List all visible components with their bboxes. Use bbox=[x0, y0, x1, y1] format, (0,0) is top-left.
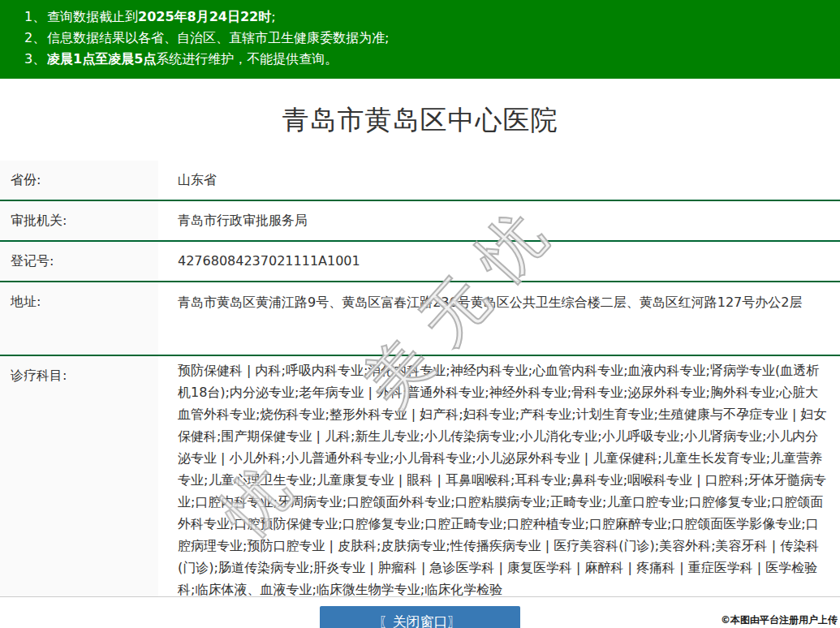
detail-value: 42768084237021111A1001 bbox=[158, 242, 840, 281]
detail-row-approval-authority: 审批机关: 青岛市行政审批服务局 bbox=[0, 201, 840, 242]
notice-text-normal: 查询数据截止到 bbox=[47, 9, 138, 24]
hospital-title: 青岛市黄岛区中心医院 bbox=[0, 102, 840, 139]
notice-number: 1、 bbox=[24, 6, 47, 28]
detail-label: 审批机关: bbox=[0, 201, 158, 240]
notice-banner: 1、 查询数据截止到2025年8月24日22时; 2、 信息数据结果以各省、自治… bbox=[0, 0, 840, 79]
hospital-detail-page: 1、 查询数据截止到2025年8月24日22时; 2、 信息数据结果以各省、自治… bbox=[0, 0, 840, 628]
notice-text-normal: 系统进行维护，不能提供查询。 bbox=[156, 51, 338, 67]
button-row: 〖关闭窗口〗 bbox=[0, 606, 840, 628]
notice-text-bold: 2025年8月24日22时 bbox=[138, 9, 271, 24]
detail-label: 地址: bbox=[0, 282, 158, 355]
notice-text-bold: 凌晨1点至凌晨5点 bbox=[47, 51, 156, 67]
details-table: 省份: 山东省 审批机关: 青岛市行政审批服务局 登记号: 4276808423… bbox=[0, 161, 840, 597]
notice-number: 2、 bbox=[24, 28, 47, 49]
close-window-button[interactable]: 〖关闭窗口〗 bbox=[320, 606, 520, 628]
detail-label: 省份: bbox=[0, 161, 158, 200]
detail-value: 青岛市黄岛区黄浦江路9号、黄岛区富春江路236号黄岛区公共卫生综合楼二层、黄岛区… bbox=[158, 282, 840, 355]
notice-text: 凌晨1点至凌晨5点系统进行维护，不能提供查询。 bbox=[47, 49, 338, 70]
notice-item-3: 3、 凌晨1点至凌晨5点系统进行维护，不能提供查询。 bbox=[24, 49, 832, 70]
detail-row-province: 省份: 山东省 bbox=[0, 161, 840, 201]
notice-item-1: 1、 查询数据截止到2025年8月24日22时; bbox=[24, 6, 832, 28]
detail-row-address: 地址: 青岛市黄岛区黄浦江路9号、黄岛区富春江路236号黄岛区公共卫生综合楼二层… bbox=[0, 282, 840, 356]
detail-value: 山东省 bbox=[158, 161, 840, 200]
notice-text: 查询数据截止到2025年8月24日22时; bbox=[47, 6, 276, 28]
notice-item-2: 2、 信息数据结果以各省、自治区、直辖市卫生健康委数据为准; bbox=[24, 28, 832, 49]
detail-label: 登记号: bbox=[0, 242, 158, 281]
detail-label: 诊疗科目: bbox=[0, 356, 158, 596]
detail-value: 青岛市行政审批服务局 bbox=[158, 201, 840, 240]
detail-row-registration-number: 登记号: 42768084237021111A1001 bbox=[0, 242, 840, 282]
upload-credit-note: ©本图由平台注册用户上传 bbox=[721, 613, 838, 627]
detail-value: 预防保健科 | 内科;呼吸内科专业;消化内科专业;神经内科专业;心血管内科专业;… bbox=[158, 356, 840, 596]
notice-text-normal: 信息数据结果以各省、自治区、直辖市卫生健康委数据为准; bbox=[47, 30, 389, 45]
notice-text: 信息数据结果以各省、自治区、直辖市卫生健康委数据为准; bbox=[47, 28, 389, 49]
detail-row-departments: 诊疗科目: 预防保健科 | 内科;呼吸内科专业;消化内科专业;神经内科专业;心血… bbox=[0, 356, 840, 597]
notice-text-normal: ; bbox=[271, 9, 275, 24]
notice-number: 3、 bbox=[24, 49, 47, 70]
